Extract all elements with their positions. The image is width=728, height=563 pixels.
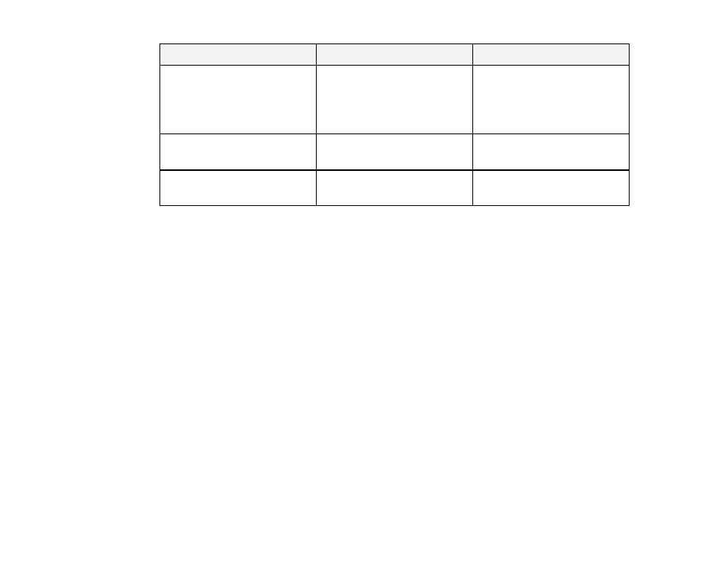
table-cell — [316, 134, 473, 170]
table-cell — [160, 66, 317, 134]
table-row — [160, 134, 630, 170]
table-header-row — [160, 44, 630, 66]
table-container — [159, 43, 630, 206]
table-cell — [160, 134, 317, 170]
table-cell — [160, 170, 317, 206]
data-table — [159, 43, 630, 206]
table-row — [160, 170, 630, 206]
table-cell — [473, 170, 630, 206]
table-cell — [316, 66, 473, 134]
table-header-cell — [316, 44, 473, 66]
table-header-cell — [160, 44, 317, 66]
table-cell — [473, 66, 630, 134]
table-cell — [316, 170, 473, 206]
table-row — [160, 66, 630, 134]
table-header-cell — [473, 44, 630, 66]
table-cell — [473, 134, 630, 170]
